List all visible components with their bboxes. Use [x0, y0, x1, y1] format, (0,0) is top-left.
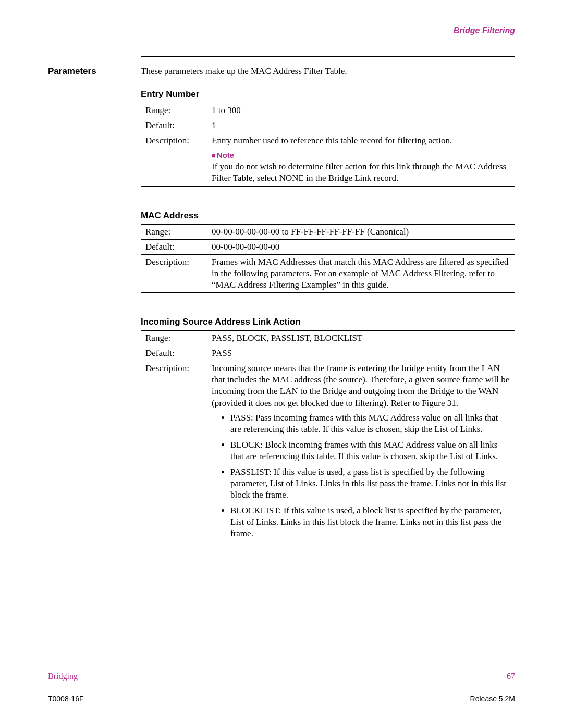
- table-entry-number: Range: 1 to 300 Default: 1 Description: …: [141, 103, 515, 187]
- note-body: If you do not wish to determine filter a…: [212, 161, 510, 184]
- cell-range-value: PASS, BLOCK, PASSLIST, BLOCKLIST: [207, 331, 515, 346]
- cell-description-value: Frames with MAC Addresses that match thi…: [207, 254, 515, 292]
- cell-description-label: Description:: [141, 361, 207, 546]
- table-row: Description: Entry number used to refere…: [141, 133, 515, 186]
- cell-description-label: Description:: [141, 133, 207, 186]
- table-row: Default: PASS: [141, 346, 515, 361]
- note-marker-icon: ■: [212, 152, 216, 159]
- table-mac-address: Range: 00-00-00-00-00-00 to FF-FF-FF-FF-…: [141, 224, 515, 293]
- section-title-entry-number: Entry Number: [141, 89, 515, 100]
- list-item: PASSLIST: If this value is used, a pass …: [230, 466, 510, 501]
- table-row: Description: Incoming source means that …: [141, 361, 515, 546]
- cell-default-value: PASS: [207, 346, 515, 361]
- description-text: Entry number used to reference this tabl…: [212, 135, 452, 145]
- list-item: PASS: Pass incoming frames with this MAC…: [230, 412, 510, 435]
- side-label-parameters: Parameters: [48, 66, 141, 77]
- cell-range-value: 1 to 300: [207, 103, 515, 118]
- description-text: Incoming source means that the frame is …: [212, 363, 509, 408]
- cell-default-value: 00-00-00-00-00-00: [207, 239, 515, 254]
- cell-range-label: Range:: [141, 224, 207, 239]
- cell-description-label: Description:: [141, 254, 207, 292]
- footer-left: Bridging: [48, 672, 78, 681]
- cell-description-value: Incoming source means that the frame is …: [207, 361, 515, 546]
- page-number: 67: [507, 672, 515, 681]
- section-title-mac-address: MAC Address: [141, 211, 515, 221]
- table-row: Default: 1: [141, 118, 515, 133]
- table-row: Range: 1 to 300: [141, 103, 515, 118]
- cell-default-value: 1: [207, 118, 515, 133]
- intro-text: These parameters make up the MAC Address…: [141, 66, 347, 77]
- cell-range-value: 00-00-00-00-00-00 to FF-FF-FF-FF-FF-FF (…: [207, 224, 515, 239]
- list-item: BLOCKLIST: If this value is used, a bloc…: [230, 505, 510, 539]
- note-label: Note: [217, 151, 234, 159]
- footer-primary: Bridging 67: [48, 672, 515, 681]
- footer-secondary: T0008-16F Release 5.2M: [48, 695, 515, 703]
- cell-range-label: Range:: [141, 103, 207, 118]
- release-number: Release 5.2M: [470, 695, 515, 703]
- cell-default-label: Default:: [141, 239, 207, 254]
- intro-row: Parameters These parameters make up the …: [48, 66, 515, 77]
- table-row: Range: PASS, BLOCK, PASSLIST, BLOCKLIST: [141, 331, 515, 346]
- table-row: Description: Frames with MAC Addresses t…: [141, 254, 515, 292]
- table-row: Range: 00-00-00-00-00-00 to FF-FF-FF-FF-…: [141, 224, 515, 239]
- table-incoming-source: Range: PASS, BLOCK, PASSLIST, BLOCKLIST …: [141, 330, 515, 546]
- cell-default-label: Default:: [141, 118, 207, 133]
- page: Bridge Filtering Parameters These parame…: [0, 0, 563, 728]
- description-list: PASS: Pass incoming frames with this MAC…: [212, 412, 510, 540]
- table-row: Default: 00-00-00-00-00-00: [141, 239, 515, 254]
- section-title-incoming-source: Incoming Source Address Link Action: [141, 317, 515, 327]
- cell-default-label: Default:: [141, 346, 207, 361]
- content-area: Entry Number Range: 1 to 300 Default: 1 …: [141, 89, 515, 546]
- list-item: BLOCK: Block incoming frames with this M…: [230, 439, 510, 462]
- cell-description-value: Entry number used to reference this tabl…: [207, 133, 515, 186]
- header-title: Bridge Filtering: [48, 26, 515, 35]
- doc-number: T0008-16F: [48, 695, 83, 703]
- cell-range-label: Range:: [141, 331, 207, 346]
- horizontal-rule: [141, 56, 515, 57]
